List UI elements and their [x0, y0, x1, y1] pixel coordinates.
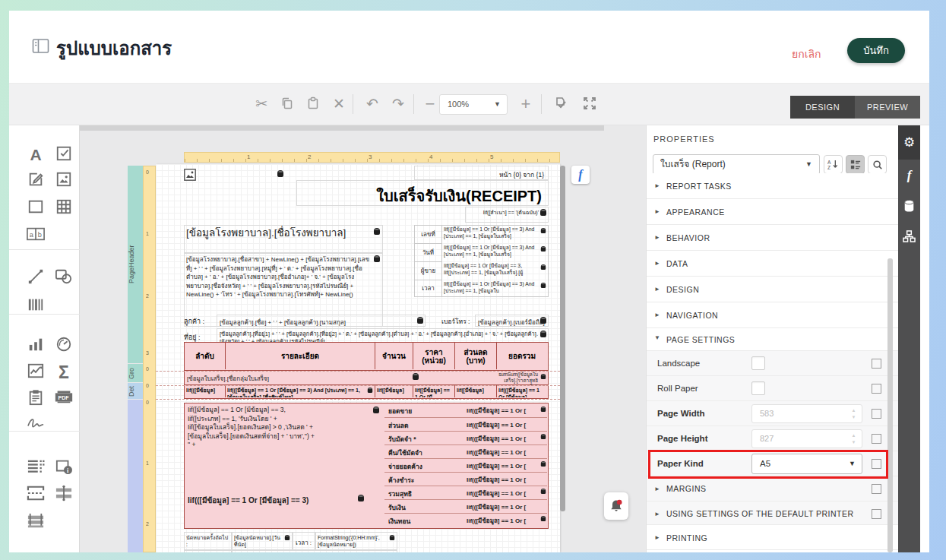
copy-flag-field[interactable]: Iif([สำเนา] == '(ต้นฉบับ)' [465, 207, 549, 223]
search-button[interactable] [868, 155, 887, 174]
spinner-arrows[interactable]: ▲▼ [850, 407, 857, 421]
hospital-name-field[interactable]: [ข้อมูลโรงพยาบาล].[ชื่อโรงพยาบาล] [184, 225, 383, 253]
band-group-header[interactable]: Gro [128, 364, 143, 382]
panel-icon[interactable] [26, 198, 46, 218]
paper-kind-dropdown[interactable]: A5▼ [751, 454, 862, 474]
rich-text-icon[interactable] [26, 171, 46, 191]
appointment-date-field[interactable]: [ข้อมูลนัดหมาย].[วันที่นัด] [232, 532, 293, 550]
clipboard-icon[interactable] [26, 389, 46, 409]
items-table-header[interactable]: ลำดับ รายละเอียด จำนวน ราคา (หน่วย) ส่วน… [184, 342, 549, 371]
overlay-band-icon[interactable] [26, 513, 46, 533]
sort-alpha-button[interactable]: AZ [824, 155, 843, 174]
page-number-field[interactable]: หน้า {0} จาก {1} [414, 166, 549, 180]
chart-icon[interactable] [26, 336, 46, 356]
page-width-override-checkbox[interactable] [872, 409, 881, 419]
info-value: Iif(([มีข้อมูล] == 1 Or [มีข้อมูล] == 3)… [444, 226, 539, 239]
horizontal-scrollbar[interactable] [80, 125, 604, 131]
save-button[interactable]: บันทึก [847, 38, 905, 63]
section-default-printer[interactable]: ►USING SETTINGS OF THE DEFAULT PRINTER [647, 501, 898, 527]
table-icon[interactable] [54, 198, 74, 218]
band-footer[interactable] [128, 400, 143, 552]
landscape-override-checkbox[interactable] [872, 359, 881, 369]
categorized-view-button[interactable] [846, 155, 865, 174]
undo-icon[interactable]: ↶ [363, 95, 381, 113]
validate-icon[interactable] [552, 95, 570, 113]
zoom-in-icon[interactable]: + [517, 95, 535, 113]
appointment-time-field[interactable]: FormatString('{0:HH:mm}',[ข้อมูลนัดหมาย]… [315, 532, 397, 550]
redo-icon[interactable]: ↷ [389, 95, 407, 113]
pdf-icon[interactable]: PDF [54, 389, 74, 409]
shape-icon[interactable] [54, 268, 74, 288]
customer-field[interactable]: [ข้อมูลลูกค้า].[ชื่อ] + ' ' + [ข้อมูลลูก… [217, 315, 426, 327]
sparkline-icon[interactable] [26, 362, 46, 382]
copy-icon[interactable] [278, 95, 296, 113]
zoom-select[interactable]: 100%▼ [439, 94, 508, 115]
vertical-scrollbar[interactable] [560, 166, 565, 511]
report-title-field[interactable]: ใบเสร็จรับเงิน(RECEIPT) [296, 180, 549, 206]
text-object-icon[interactable]: A [26, 145, 46, 165]
data-band-icon[interactable] [26, 458, 46, 478]
gauge-icon[interactable] [54, 336, 74, 356]
page-width-input[interactable]: 583▲▼ [751, 404, 862, 423]
design-canvas[interactable]: 1 2 3 4 5 PageHeader Gro Det 0 1 2 3 0 0… [80, 125, 646, 552]
panel-scrollbar[interactable] [887, 258, 893, 552]
band-page-header[interactable]: PageHeader [128, 166, 143, 363]
zoom-out-icon[interactable]: − [421, 95, 439, 113]
section-label: DATA [666, 259, 688, 268]
section-design[interactable]: ►DESIGN [647, 277, 898, 302]
roll-paper-checkbox[interactable] [751, 381, 765, 395]
section-printing[interactable]: ►PRINTING [647, 524, 898, 550]
receipt-info-table[interactable]: เลขที่ Iif(([มีข้อมูล] == 1 Or [มีข้อมูล… [414, 225, 549, 297]
paste-icon[interactable] [304, 95, 322, 113]
line-icon[interactable] [26, 268, 46, 288]
default-printer-override-checkbox[interactable] [872, 509, 881, 519]
tab-design[interactable]: DESIGN [790, 96, 855, 119]
appointment-reason-field[interactable]: [ข้อมูลนัดหมาย].[ชื่อประเภทการนัดหมาย] [232, 550, 397, 552]
roll-paper-override-checkbox[interactable] [872, 384, 881, 394]
page-break-icon[interactable] [26, 485, 46, 505]
section-margins[interactable]: ►MARGINS [647, 476, 898, 501]
section-data[interactable]: ►DATA [647, 251, 898, 277]
notification-bell-button[interactable] [604, 492, 628, 520]
database-field-icon[interactable] [277, 170, 283, 177]
page-height-override-checkbox[interactable] [872, 434, 881, 444]
spinner-arrows[interactable]: ▲▼ [850, 432, 857, 446]
summary-value: Iif(([มีข้อมูล] == 1 Or [ [445, 499, 547, 513]
section-navigation[interactable]: ►NAVIGATION [647, 302, 898, 328]
paper-kind-override-checkbox[interactable] [872, 459, 881, 469]
group-band-row[interactable]: [ข้อมูลใบเสร็จ].[ชื่อกลุ่มใบเสร็จ] sumSu… [184, 371, 549, 385]
cross-band-icon[interactable] [54, 485, 74, 505]
picture-icon[interactable] [54, 171, 74, 191]
tab-preview[interactable]: PREVIEW [855, 96, 920, 119]
section-behavior[interactable]: ►BEHAVIOR [647, 225, 898, 251]
appointment-label-cell[interactable]: นัดหมายครั้งถัดไป : [184, 532, 232, 550]
delete-icon[interactable]: ✕ [330, 95, 348, 113]
report-tree-icon[interactable] [898, 230, 920, 245]
page-height-input[interactable]: 827▲▼ [751, 429, 862, 448]
section-page-settings[interactable]: ▼PAGE SETTINGS [647, 328, 898, 351]
margins-override-checkbox[interactable] [872, 484, 881, 494]
data-sources-icon[interactable] [898, 200, 920, 215]
landscape-checkbox[interactable] [751, 356, 765, 370]
total-sigma-icon[interactable]: Σ [54, 362, 74, 382]
component-selector[interactable]: ใบเสร็จ (Report) ▼ [653, 154, 820, 175]
cut-icon[interactable]: ✂ [252, 95, 271, 113]
fullscreen-icon[interactable] [581, 95, 599, 113]
report-page[interactable]: หน้า {0} จาก {1} ใบเสร็จรับเงิน(RECEIPT)… [156, 164, 560, 552]
check-box-icon[interactable] [54, 145, 74, 165]
phone-field[interactable]: [ข้อมูลลูกค้า].[เบอร์มือถือ] [475, 315, 549, 327]
section-report-tasks[interactable]: ►REPORT TASKS [647, 173, 898, 199]
properties-gear-icon[interactable]: ⚙ [898, 134, 920, 150]
summary-band[interactable]: Iif([มีข้อมูล] == 1 Or [มีข้อมูล] == 3, … [184, 403, 549, 529]
container-info-icon[interactable]: i [54, 458, 74, 478]
band-detail[interactable]: Det [128, 383, 143, 399]
expression-editor-button[interactable]: f [571, 166, 590, 184]
appointment-reason-label-cell[interactable]: สาเหตุที่นัด : [184, 550, 232, 552]
cancel-button[interactable]: ยกเลิก [792, 46, 821, 62]
functions-icon[interactable]: f [898, 168, 920, 183]
text-in-cells-icon[interactable]: ab [26, 226, 46, 246]
appointment-time-label-cell[interactable]: เวลา : [293, 532, 315, 550]
section-appearance[interactable]: ►APPEARANCE [647, 199, 898, 225]
detail-band-row[interactable]: Iif(([มีข้อมูล] Iif(([มีข้อมูล] == 1 Or … [184, 385, 549, 399]
image-placeholder-icon[interactable] [184, 169, 196, 184]
